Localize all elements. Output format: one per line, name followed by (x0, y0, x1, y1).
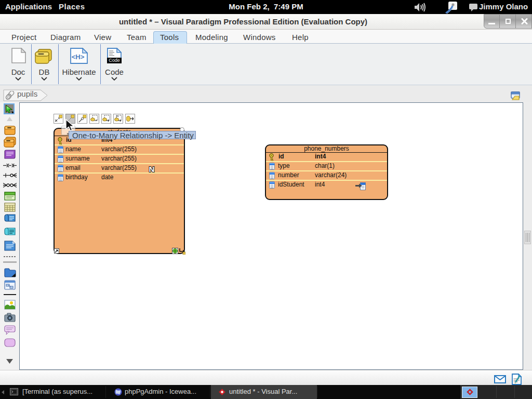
svg-text:N: N (149, 165, 155, 174)
svg-text:<H>: <H> (72, 53, 85, 61)
